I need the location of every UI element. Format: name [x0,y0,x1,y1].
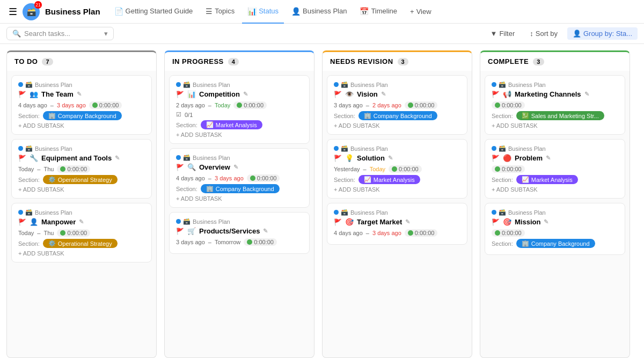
card-title: 🚩 🔴 Problem ✎ [492,154,618,162]
edit-icon[interactable]: ✎ [115,155,120,162]
flag-icon: 🚩 [18,218,26,226]
date2: Today [370,166,385,172]
section-tag[interactable]: 📈 Market Analysis [358,175,420,184]
section-tag[interactable]: ⚙️ Operational Strategy [43,175,118,184]
section-tag[interactable]: 🏢 Company Background [201,184,280,193]
group-by-button[interactable]: 👤 Group by: Sta... [567,27,638,40]
title-text: The Team [41,90,74,98]
date-sep: – [366,230,369,236]
add-view-button[interactable]: + View [405,5,437,18]
tag-text: Company Background [374,113,432,119]
date1: 4 days ago [18,102,47,108]
tab-timeline-label: Timeline [371,7,397,15]
section-tag[interactable]: ⚙️ Operational Strategy [43,239,118,248]
tag-text: Market Analysis [374,177,415,183]
edit-icon[interactable]: ✎ [79,218,84,225]
edit-icon[interactable]: ✎ [405,218,410,225]
notification-badge: 21 [34,1,42,9]
add-subtask-button[interactable]: + ADD SUBTASK [492,122,618,129]
tab-status[interactable]: 📊 Status [242,0,284,24]
edit-icon[interactable]: ✎ [544,218,548,225]
card-meta: 0:00:00 [492,165,618,173]
checkbox-row: ☑ 0/1 [176,111,303,118]
project-icon: 🗃️ [183,218,191,225]
section-row: Section: 🏢 Company Background [176,184,303,193]
time-badge: 0:00:00 [405,229,438,237]
time-badge: 0:00:00 [492,165,525,173]
edit-icon[interactable]: ✎ [233,164,238,171]
edit-icon[interactable]: ✎ [77,91,82,98]
add-subtask-button[interactable]: + ADD SUBTASK [334,186,460,193]
filter-label: Filter [499,30,515,38]
section-label: Section: [176,122,197,128]
section-tag[interactable]: 🏢 Company Background [516,239,595,248]
card-project: 🗃️ Business Plan [18,81,145,88]
section-tag[interactable]: 🏢 Company Background [358,111,437,120]
add-subtask-button[interactable]: + ADD SUBTASK [176,131,303,138]
section-row: Section: 📈 Market Analysis [334,175,460,184]
time-badge: 0:00:00 [247,174,280,182]
flag-icon: 🚩 [492,218,500,226]
title-text: Marketing Channels [515,90,581,98]
search-box[interactable]: 🔍 Search tasks... ▾ [6,27,114,40]
edit-icon[interactable]: ✎ [388,155,393,162]
add-subtask-button[interactable]: + ADD SUBTASK [176,195,303,202]
card-project: 🗃️ Business Plan [492,81,618,88]
tab-timeline[interactable]: 📅 Timeline [354,0,402,24]
card-project: 🗃️ Business Plan [334,209,460,216]
add-subtask-button[interactable]: + ADD SUBTASK [18,122,145,129]
column-inprogress: IN PROGRESS 4 🗃️ Business Plan 🚩 📊 Compe… [164,50,314,358]
edit-icon[interactable]: ✎ [381,91,386,98]
card-competition: 🗃️ Business Plan 🚩 📊 Competition ✎ 2 day… [169,75,310,144]
flag-icon: 🚩 [334,91,342,98]
edit-icon[interactable]: ✎ [546,155,551,162]
tab-business-plan[interactable]: 👤 Business Plan [286,0,352,24]
tab-topics[interactable]: ☰ Topics [200,0,240,24]
tab-status-label: Status [259,7,279,15]
column-inprogress-body: 🗃️ Business Plan 🚩 📊 Competition ✎ 2 day… [164,71,314,358]
column-complete-count: 3 [533,58,544,65]
title-emoji: 👁️ [345,90,354,98]
section-row: Section: 💹 Sales and Marketing Str... [492,111,618,120]
card-meta: 2 days ago – Today 0:00:00 [176,101,303,109]
column-revision-count: 3 [398,58,409,65]
add-subtask-button[interactable]: + ADD SUBTASK [18,186,145,193]
group-icon: 👤 [573,30,581,38]
time-circle-icon [247,239,252,245]
filter-button[interactable]: ▼ Filter [485,27,521,40]
add-subtask-button[interactable]: + ADD SUBTASK [492,186,618,193]
menu-button[interactable]: ☰ [5,4,20,20]
dot-icon [18,146,23,151]
card-products-services: 🗃️ Business Plan 🚩 🛒 Products/Services ✎… [169,212,310,254]
dot-icon [334,146,339,151]
project-name: Business Plan [35,209,72,216]
project-name: Business Plan [193,218,230,225]
time-badge: 0:00:00 [244,238,277,246]
time-circle-icon [250,176,255,181]
edit-icon[interactable]: ✎ [584,91,589,98]
date-sep: – [366,102,369,108]
section-tag[interactable]: 📈 Market Analysis [516,175,578,184]
sort-button[interactable]: ↕ Sort by [524,27,563,40]
section-tag[interactable]: 🏢 Company Background [43,111,122,120]
section-tag[interactable]: 📈 Market Analysis [201,120,262,129]
card-project: 🗃️ Business Plan [334,81,460,88]
dot-icon [492,210,496,215]
flag-icon: 🚩 [176,228,184,235]
dot-icon [492,82,496,87]
project-icon: 🗃️ [25,81,33,88]
project-icon: 🗃️ [499,145,506,152]
section-row: Section: ⚙️ Operational Strategy [18,175,145,184]
column-todo-label: TO DO [14,57,38,65]
section-tag[interactable]: 💹 Sales and Marketing Str... [516,111,604,120]
flag-icon: 🚩 [18,155,26,162]
project-icon: 🗃️ [341,209,348,216]
tab-getting-started[interactable]: 📄 Getting Started Guide [109,0,199,24]
add-subtask-button[interactable]: + ADD SUBTASK [334,122,460,129]
chart-icon: 📊 [247,7,257,16]
tag-icon: 💹 [522,112,529,119]
edit-icon[interactable]: ✎ [243,91,248,98]
add-subtask-button[interactable]: + ADD SUBTASK [18,250,145,257]
tag-text: Market Analysis [531,177,573,183]
edit-icon[interactable]: ✎ [263,228,268,235]
